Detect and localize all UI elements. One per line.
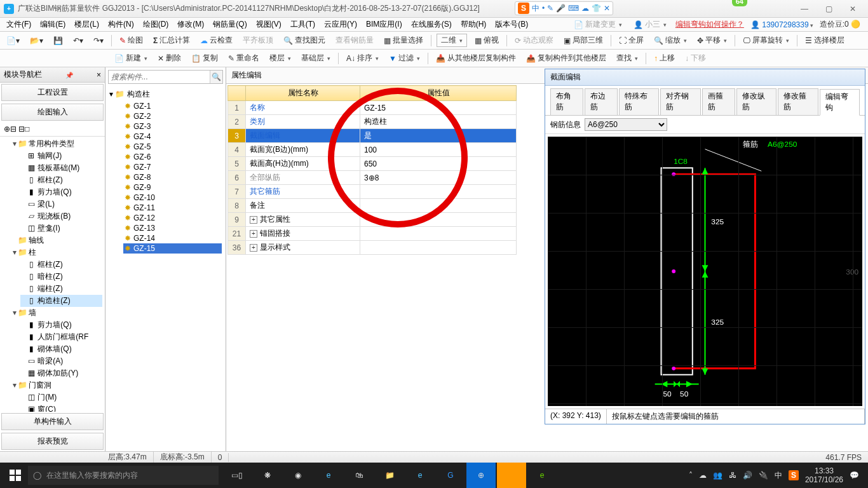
section-tab[interactable]: 修改纵筋 [736, 88, 776, 115]
nav-section-single[interactable]: 单构件输入 [1, 413, 104, 430]
tree-node[interactable]: ▭ 梁(L) [20, 198, 102, 210]
component-item[interactable]: ✸ GZ-11 [123, 203, 222, 213]
tree-node[interactable]: ▯ 构造柱(Z) [20, 295, 102, 307]
view-rebar-button[interactable]: 查看钢筋量 [333, 34, 376, 47]
tray-up-icon[interactable]: ˄ [689, 471, 693, 480]
align-slab-button[interactable]: 平齐板顶 [240, 34, 276, 47]
minimize-button[interactable]: — [796, 4, 813, 13]
floor-select[interactable]: 楼层 [267, 51, 294, 65]
orbit-button[interactable]: ⟳动态观察 [512, 34, 556, 47]
summary-button[interactable]: Σ 汇总计算 [151, 34, 193, 47]
tree-node[interactable]: ▯ 暗柱(Z) [20, 271, 102, 283]
tree-collapse-icon[interactable]: ⊟□ [18, 125, 29, 133]
tree-node[interactable]: ▾📁 墙 [11, 307, 102, 319]
menu-version[interactable]: 版本号(B) [491, 18, 532, 31]
property-table[interactable]: 属性名称属性值 1名称GZ-152类别构造柱3截面编辑是4截面宽(B边)(mm)… [227, 85, 517, 255]
base-floor-select[interactable]: 基础层 [299, 51, 333, 65]
select-floor-button[interactable]: ☰选择楼层 [803, 34, 847, 47]
ime-mode[interactable]: 中 [532, 3, 539, 14]
tree-node[interactable]: ▾📁 柱 [11, 247, 102, 259]
find-button[interactable]: 查找 [614, 51, 641, 65]
component-item[interactable]: ✸ GZ-8 [123, 172, 222, 182]
new-file-icon[interactable]: 📄▾ [4, 35, 22, 46]
cloud-check-button[interactable]: ☁云检查 [198, 34, 235, 47]
delete-button[interactable]: ✕删除 [155, 51, 184, 65]
copy-from-floor-button[interactable]: 📥从其他楼层复制构件 [433, 51, 519, 65]
hint-link[interactable]: 编辑弯钩如何操作？ [675, 19, 744, 30]
menu-draw[interactable]: 绘图(D) [139, 18, 173, 31]
component-item[interactable]: ✸ GZ-5 [123, 142, 222, 152]
ime-cloud-icon[interactable]: ☁ [581, 4, 589, 13]
screen-rotate-button[interactable]: 🖵屏幕旋转 [740, 34, 792, 47]
zoom-button[interactable]: 🔍缩放 [651, 34, 689, 47]
property-row[interactable]: 1名称GZ-15 [228, 101, 517, 115]
component-item[interactable]: ✸ GZ-14 [123, 233, 222, 243]
nav-section-draw[interactable]: 绘图输入 [1, 104, 104, 121]
component-item[interactable]: ✸ GZ-9 [123, 182, 222, 193]
component-item[interactable]: ✸ GZ-13 [123, 223, 222, 233]
draw-button[interactable]: ✎绘图 [117, 34, 146, 47]
property-row[interactable]: 2类别构造柱 [228, 115, 517, 129]
tray-ime-icon[interactable]: 中 [775, 470, 782, 481]
component-list[interactable]: ▾ 📁 构造柱 ✸ GZ-1✸ GZ-2✸ GZ-3✸ GZ-4✸ GZ-5✸ … [105, 86, 226, 451]
start-button[interactable] [3, 463, 28, 488]
system-tray[interactable]: ˄ ☁ 👥 🖧 🔊 🔌 中 S 13:33 2017/10/26 💬 [689, 466, 865, 485]
section-tab[interactable]: 修改箍筋 [778, 88, 818, 115]
nav-close-icon[interactable]: × [97, 71, 101, 79]
find-element-button[interactable]: 🔍查找图元 [281, 34, 328, 47]
property-row[interactable]: 21+锚固搭接 [228, 227, 517, 241]
pin-icon[interactable] [65, 71, 73, 79]
fullscreen-button[interactable]: ⛶全屏 [616, 34, 646, 47]
section-canvas[interactable]: 箍筋 A6@250 325 325 300 [548, 137, 862, 406]
tree-node[interactable]: ▭ 暗梁(A) [20, 355, 102, 367]
component-item[interactable]: ✸ GZ-2 [123, 111, 222, 121]
tray-onedrive-icon[interactable]: ☁ [699, 471, 707, 480]
tray-network-icon[interactable]: 🖧 [729, 471, 736, 480]
menu-edit[interactable]: 编辑(E) [36, 18, 69, 31]
property-row[interactable]: 9+其它属性 [228, 213, 517, 227]
tree-node[interactable]: ◫ 壁龛(I) [20, 222, 102, 234]
open-file-icon[interactable]: 📂▾ [27, 35, 46, 46]
new-component-button[interactable]: 📄新建 [112, 51, 150, 65]
section-tab[interactable]: 特殊布筋 [619, 88, 659, 115]
component-item[interactable]: ✸ GZ-10 [123, 193, 222, 203]
tree-node[interactable]: ▦ 砌体加筋(Y) [20, 367, 102, 379]
top-view-button[interactable]: ▦俯视 [472, 34, 501, 47]
property-row[interactable]: 8备注 [228, 199, 517, 213]
module-tree[interactable]: ▾📁 常用构件类型⊞ 轴网(J)▦ 筏板基础(M)▯ 框柱(Z)▮ 剪力墙(Q)… [0, 137, 105, 412]
app-ie-icon[interactable]: e [405, 463, 435, 488]
tree-node[interactable]: ▯ 框柱(Z) [20, 259, 102, 271]
app-store-icon[interactable]: 🛍 [344, 463, 374, 488]
property-row[interactable]: 3截面编辑是 [228, 129, 517, 143]
property-row[interactable]: 4截面宽(B边)(mm)100 [228, 143, 517, 157]
component-item[interactable]: ✸ GZ-7 [123, 162, 222, 172]
tree-node[interactable]: ▾📁 常用构件类型 [11, 138, 102, 150]
tray-battery-icon[interactable]: 🔌 [759, 471, 768, 480]
task-view-icon[interactable]: ▭▯ [222, 463, 252, 488]
app-explorer-icon[interactable]: 📁 [375, 463, 404, 488]
close-button[interactable]: ✕ [844, 4, 862, 13]
save-icon[interactable]: 💾 [51, 35, 65, 46]
property-row[interactable]: 7其它箍筋 [228, 185, 517, 199]
section-tab[interactable]: 布边筋 [585, 88, 618, 115]
tree-node[interactable]: ◫ 门(M) [20, 391, 102, 403]
menu-file[interactable]: 文件(F) [3, 18, 35, 31]
rebar-info-select[interactable]: A6@250 [585, 118, 667, 131]
filter-button[interactable]: ▼过滤 [386, 51, 423, 65]
app-chrome-icon[interactable]: ◉ [283, 463, 313, 488]
sort-button[interactable]: A↓排序 [344, 51, 381, 65]
component-item[interactable]: ✸ GZ-1 [123, 101, 222, 111]
ime-close-icon[interactable]: ✕ [604, 4, 610, 13]
copy-button[interactable]: 📋复制 [189, 51, 220, 65]
property-row[interactable]: 36+显示样式 [228, 241, 517, 255]
component-item[interactable]: ✸ GZ-12 [123, 213, 222, 223]
nav-section-settings[interactable]: 工程设置 [1, 84, 104, 101]
taskbar-search[interactable]: ◯ 在这里输入你要搜索的内容 [28, 466, 219, 485]
section-tab[interactable]: 布角筋 [550, 88, 583, 115]
menu-bim[interactable]: BIM应用(I) [362, 18, 406, 31]
menu-component[interactable]: 构件(N) [104, 18, 138, 31]
tree-node[interactable]: 📁 轴线 [11, 234, 102, 247]
move-down-button[interactable]: ↓下移 [682, 51, 709, 65]
app-g-icon[interactable]: G [436, 463, 465, 488]
batch-select-button[interactable]: ▦批量选择 [381, 34, 426, 47]
